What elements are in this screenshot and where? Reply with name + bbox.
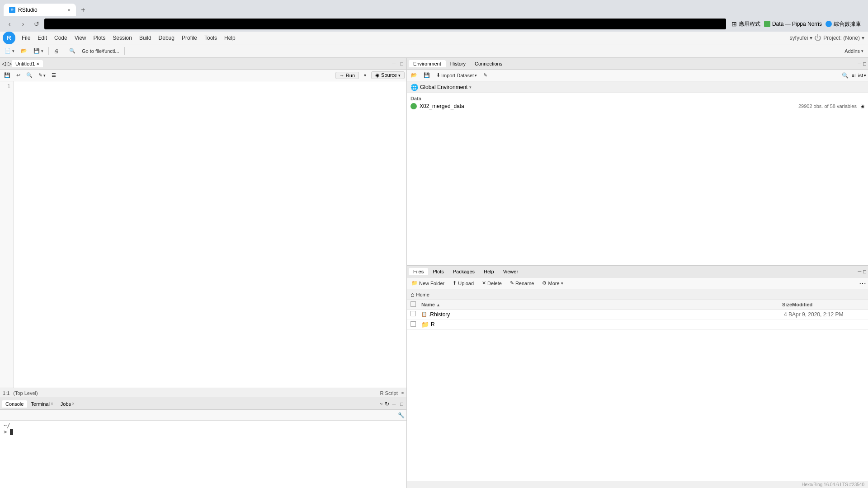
addins-dropdown-icon[interactable]: ▾: [861, 49, 863, 53]
open-file-button[interactable]: 📂: [18, 47, 30, 55]
console-refresh-icon[interactable]: ↻: [385, 401, 389, 407]
console-minimize-button[interactable]: ─: [391, 401, 397, 407]
new-script-dropdown[interactable]: ▾: [12, 49, 14, 53]
breadcrumb-home-icon[interactable]: ⌂: [410, 291, 414, 298]
editor-nav-back[interactable]: ◁: [2, 61, 6, 67]
env-open-btn[interactable]: 📂: [409, 72, 420, 79]
files-tab-plots[interactable]: Plots: [428, 268, 448, 275]
env-data-view-icon[interactable]: ⊞: [860, 103, 864, 109]
menu-session[interactable]: Session: [109, 33, 136, 42]
menu-code[interactable]: Code: [51, 33, 71, 42]
active-tab[interactable]: R RStudio ×: [4, 4, 76, 16]
env-save-btn[interactable]: 💾: [421, 72, 432, 79]
env-search-btn[interactable]: 🔍: [840, 71, 849, 80]
menu-help[interactable]: Help: [221, 33, 239, 42]
files-tab-help[interactable]: Help: [479, 268, 499, 275]
editor-nav-forward[interactable]: ▷: [8, 61, 12, 67]
save-button[interactable]: 💾 ▾: [31, 47, 46, 55]
app1-item[interactable]: Data — Pippa Norris: [764, 21, 822, 27]
script-type-dropdown[interactable]: ≡: [401, 391, 404, 395]
menu-build[interactable]: Build: [136, 33, 155, 42]
menu-file[interactable]: File: [18, 33, 34, 42]
editor-search-btn[interactable]: 🔍: [24, 72, 35, 79]
env-tab-environment[interactable]: Environment: [409, 60, 446, 67]
r-folder-checkbox[interactable]: [410, 321, 421, 328]
files-tab-viewer[interactable]: Viewer: [499, 268, 523, 275]
jobs-tab[interactable]: Jobs ×: [57, 400, 78, 408]
files-maximize-button[interactable]: □: [863, 269, 866, 274]
env-maximize-button[interactable]: □: [863, 61, 866, 66]
env-import-btn[interactable]: ⬇ Import Dataset ▾: [434, 72, 479, 79]
files-settings-btn[interactable]: ⋯: [859, 279, 866, 287]
list-dropdown-icon[interactable]: ▾: [864, 73, 866, 78]
size-header[interactable]: Size: [756, 302, 792, 307]
terminal-tab-close[interactable]: ×: [51, 401, 53, 406]
editor-minimize-button[interactable]: ─: [391, 61, 397, 67]
editor-maximize-button[interactable]: □: [399, 61, 405, 67]
editor-save-btn[interactable]: 💾: [2, 72, 13, 79]
rhistory-filename[interactable]: .Rhistory: [429, 311, 450, 318]
import-dropdown-icon[interactable]: ▾: [475, 73, 477, 78]
run-arrow-btn[interactable]: ▾: [362, 72, 368, 78]
new-script-button[interactable]: 📄 ▾: [2, 47, 17, 55]
addins-button[interactable]: Addins ▾: [842, 47, 866, 55]
editor-nav-btn[interactable]: ☰: [49, 72, 58, 79]
find-button[interactable]: 🔍: [66, 47, 78, 55]
delete-button[interactable]: ✕ Delete: [479, 280, 505, 286]
env-list-btn[interactable]: ≡ List ▾: [851, 73, 866, 78]
files-tab-packages[interactable]: Packages: [448, 268, 479, 275]
r-folder-check[interactable]: [410, 321, 416, 327]
file-row-rhistory[interactable]: 📋 .Rhistory 4 B Apr 9, 2020, 2:12 PM: [407, 310, 868, 319]
rename-button[interactable]: ✎ Rename: [507, 280, 537, 286]
file-row-r-folder[interactable]: 📁 R: [407, 319, 868, 330]
console-content[interactable]: ~/ >: [0, 421, 406, 488]
more-dropdown-icon[interactable]: ▾: [561, 281, 563, 286]
pencil-dropdown[interactable]: ▾: [43, 73, 46, 78]
env-tab-history[interactable]: History: [446, 60, 470, 67]
editor-tab-untitled1[interactable]: Untitled1 ×: [12, 60, 43, 67]
name-header[interactable]: Name ▲: [421, 302, 756, 307]
console-maximize-button[interactable]: □: [399, 401, 405, 407]
project-dropdown-icon[interactable]: ▾: [862, 35, 864, 41]
app2-item[interactable]: 綜合數據庫: [826, 20, 861, 28]
menu-profile[interactable]: Profile: [178, 33, 201, 42]
menu-debug[interactable]: Debug: [155, 33, 178, 42]
address-bar[interactable]: [44, 19, 726, 29]
new-folder-button[interactable]: 📁 New Folder: [409, 280, 447, 286]
editor-undo-btn[interactable]: ↩: [14, 72, 23, 79]
go-to-file-button[interactable]: Go to file/functi...: [79, 47, 122, 55]
console-wrench-icon[interactable]: 🔧: [398, 412, 405, 418]
new-tab-button[interactable]: +: [78, 5, 89, 15]
menu-tools[interactable]: Tools: [201, 33, 221, 42]
modified-header[interactable]: Modified: [792, 302, 864, 307]
apps-menu[interactable]: ⊞ 應用程式: [731, 20, 760, 28]
editor-tab-close[interactable]: ×: [36, 61, 39, 66]
env-minimize-button[interactable]: ─: [858, 61, 862, 66]
more-button[interactable]: ⚙ More ▾: [539, 280, 566, 286]
global-env-dropdown[interactable]: ▾: [469, 85, 472, 89]
menu-plots[interactable]: Plots: [90, 33, 109, 42]
menu-edit[interactable]: Edit: [34, 33, 51, 42]
env-tab-connections[interactable]: Connections: [470, 60, 507, 67]
terminal-tab[interactable]: Terminal ×: [27, 400, 57, 408]
source-dropdown-icon[interactable]: ▾: [398, 73, 401, 78]
files-minimize-button[interactable]: ─: [858, 269, 862, 274]
select-all-checkbox[interactable]: [410, 301, 416, 307]
menu-view[interactable]: View: [71, 33, 90, 42]
env-data-row[interactable]: X02_merged_data 29902 obs. of 58 variabl…: [409, 102, 866, 110]
name-sort-icon[interactable]: ▲: [436, 303, 440, 307]
print-button[interactable]: 🖨: [51, 47, 61, 55]
rhistory-checkbox[interactable]: [410, 311, 421, 318]
save-dropdown[interactable]: ▾: [41, 49, 43, 53]
refresh-button[interactable]: ↺: [31, 18, 42, 30]
code-editor[interactable]: 1: [0, 81, 406, 388]
source-button[interactable]: ◉ Source ▾: [371, 71, 405, 79]
forward-button[interactable]: ›: [17, 18, 29, 30]
editor-pencil-btn[interactable]: ✎ ▾: [36, 72, 48, 79]
rhistory-check[interactable]: [410, 311, 416, 316]
power-icon[interactable]: ⏻: [814, 34, 821, 42]
upload-button[interactable]: ⬆ Upload: [450, 280, 476, 286]
breadcrumb-home-label[interactable]: Home: [416, 292, 429, 297]
console-tab[interactable]: Console: [2, 400, 27, 408]
files-tab-files[interactable]: Files: [409, 268, 428, 275]
